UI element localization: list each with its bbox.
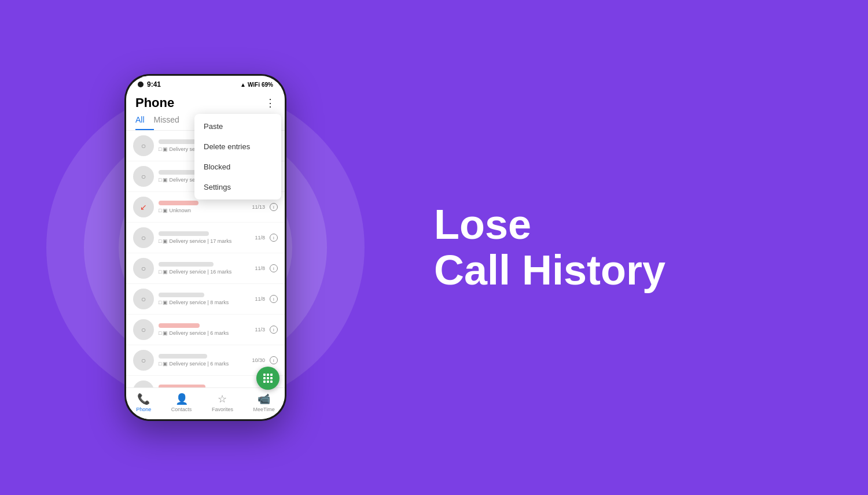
sub-icon-1: □ (159, 330, 161, 336)
status-time: 9:41 (147, 80, 161, 88)
call-name-bar (159, 231, 209, 236)
info-icon[interactable]: i (270, 203, 278, 211)
nav-favorites[interactable]: ☆ Favorites (212, 393, 233, 412)
avatar: ○ (133, 166, 154, 187)
nav-phone[interactable]: 📞 Phone (136, 393, 151, 412)
wifi-icon: WiFi (248, 82, 260, 88)
avatar: ○ (133, 135, 154, 156)
fab-button[interactable] (256, 367, 279, 390)
avatar: ○ (133, 350, 154, 371)
call-info: □ ▣ Unknown (159, 201, 247, 213)
call-date: 11/8 (255, 265, 265, 271)
call-date: 11/8 (255, 235, 265, 241)
call-sub: □ ▣ Delivery service | 6 marks (159, 330, 250, 336)
avatar: ○ (133, 319, 154, 340)
avatar: ○ (133, 227, 154, 248)
bottom-nav: 📞 Phone 👤 Contacts ☆ Favorites 📹 MeeTime (126, 387, 285, 419)
info-icon[interactable]: i (270, 295, 278, 303)
signal-icon: ▲ (240, 82, 246, 88)
sub-icon-2: ▣ (163, 146, 168, 152)
dropdown-blocked[interactable]: Blocked (194, 157, 281, 177)
call-name-bar (159, 293, 204, 297)
svg-rect-2 (270, 374, 273, 376)
svg-rect-7 (267, 381, 269, 383)
svg-rect-5 (270, 377, 273, 379)
status-bar: 9:41 ▲ WiFi 69% (126, 76, 285, 91)
nav-contacts[interactable]: 👤 Contacts (171, 393, 192, 412)
sub-icon-1: □ (159, 238, 161, 244)
camera-notch (138, 82, 144, 87)
call-item[interactable]: ○ □ ▣ Delivery service | 8 marks 11/8 i (126, 284, 285, 314)
sub-icon-2: ▣ (163, 361, 168, 367)
info-icon[interactable]: i (270, 326, 278, 334)
svg-rect-3 (263, 377, 266, 379)
avatar: ○ (133, 258, 154, 279)
menu-dots-button[interactable]: ⋮ (265, 97, 275, 109)
call-sub: □ ▣ Delivery service | 17 marks (159, 238, 250, 244)
dropdown-delete-entries[interactable]: Delete entries (194, 136, 281, 157)
svg-rect-8 (270, 381, 273, 383)
phone-mockup: 9:41 ▲ WiFi 69% Phone ⋮ Paste (124, 74, 286, 421)
call-item[interactable]: ○ □ ▣ Delivery service | 16 marks 11/8 i (126, 253, 285, 283)
call-sub: □ ▣ Delivery service | 6 marks (159, 361, 247, 367)
call-sub: □ ▣ Unknown (159, 208, 247, 213)
sub-icon-2: ▣ (163, 269, 168, 275)
phone-nav-icon: 📞 (137, 393, 150, 405)
info-icon[interactable]: i (270, 264, 278, 272)
sub-icon-2: ▣ (163, 330, 168, 336)
sub-icon-2: ▣ (163, 177, 168, 183)
call-info: □ ▣ Delivery service | 6 marks (159, 323, 250, 336)
call-info: □ ▣ Unknown (159, 385, 263, 387)
nav-favorites-label: Favorites (212, 407, 233, 412)
avatar-missed: ↙ (133, 381, 154, 387)
dropdown-settings[interactable]: Settings (194, 177, 281, 197)
sub-icon-1: □ (159, 361, 161, 367)
sub-icon-1: □ (159, 208, 161, 213)
call-name-bar (159, 323, 200, 328)
nav-contacts-label: Contacts (171, 407, 192, 412)
dropdown-menu: Paste Delete entries Blocked Settings (194, 114, 281, 200)
call-date: 11/3 (255, 327, 265, 333)
nav-phone-label: Phone (136, 407, 151, 412)
nav-meetime-label: MeeTime (253, 407, 274, 412)
avatar-missed: ↙ (133, 197, 154, 217)
sub-icon-2: ▣ (163, 208, 168, 213)
status-icons: ▲ WiFi 69% (240, 82, 273, 88)
contacts-nav-icon: 👤 (175, 393, 188, 405)
info-icon[interactable]: i (270, 234, 278, 242)
call-date: 10/30 (252, 357, 265, 363)
call-sub: □ ▣ Delivery service | 16 marks (159, 269, 250, 275)
headline: Lose Call History (434, 202, 845, 293)
sub-icon-2: ▣ (163, 300, 168, 305)
sub-icon-1: □ (159, 269, 161, 275)
call-name-bar (159, 201, 198, 205)
call-info: □ ▣ Delivery service | 6 marks (159, 354, 247, 367)
headline-line2: Call History (434, 248, 845, 293)
favorites-nav-icon: ☆ (218, 393, 227, 405)
app-title: Phone (135, 95, 174, 110)
meetime-nav-icon: 📹 (258, 393, 270, 405)
svg-rect-4 (267, 377, 269, 379)
sub-icon-1: □ (159, 177, 161, 183)
svg-rect-0 (263, 374, 266, 376)
call-item[interactable]: ○ □ ▣ Delivery service | 6 marks 11/3 i (126, 315, 285, 345)
battery-icon: 69% (262, 82, 273, 88)
tab-all[interactable]: All (135, 110, 154, 130)
call-sub: □ ▣ Delivery service | 8 marks (159, 300, 250, 305)
dropdown-paste[interactable]: Paste (194, 116, 281, 136)
avatar: ○ (133, 289, 154, 309)
sub-icon-2: ▣ (163, 238, 168, 244)
call-info: □ ▣ Delivery service | 16 marks (159, 262, 250, 275)
headline-line1: Lose (434, 201, 531, 248)
app-header: Phone ⋮ Paste Delete entries Blocked Set… (126, 91, 285, 110)
call-info: □ ▣ Delivery service | 8 marks (159, 293, 250, 305)
info-icon[interactable]: i (270, 356, 278, 364)
call-date: 11/8 (255, 296, 265, 302)
call-name-bar (159, 354, 207, 359)
call-item[interactable]: ○ □ ▣ Delivery service | 17 marks 11/8 i (126, 223, 285, 253)
tab-missed[interactable]: Missed (154, 110, 189, 130)
svg-rect-1 (267, 374, 269, 376)
call-date: 11/13 (252, 204, 265, 210)
nav-meetime[interactable]: 📹 MeeTime (253, 393, 274, 412)
call-name-bar (159, 385, 205, 387)
